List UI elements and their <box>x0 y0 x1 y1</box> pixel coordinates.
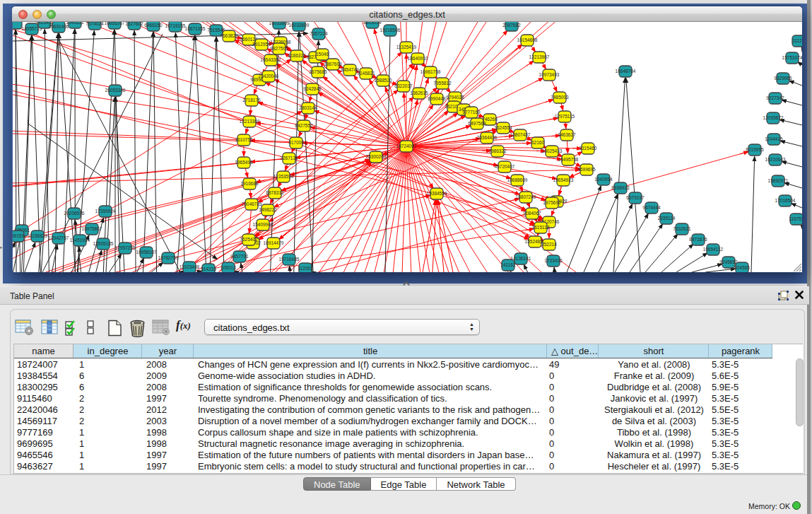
svg-text:9115460: 9115460 <box>579 146 597 151</box>
svg-text:7625402: 7625402 <box>240 237 258 242</box>
svg-text:10958107: 10958107 <box>136 250 157 255</box>
svg-text:1733426: 1733426 <box>544 258 563 263</box>
svg-text:20691406: 20691406 <box>49 24 69 29</box>
svg-text:11451914: 11451914 <box>70 238 90 243</box>
svg-text:18724007: 18724007 <box>396 144 417 148</box>
svg-text:9084067: 9084067 <box>523 211 541 216</box>
svg-text:16782759: 16782759 <box>158 255 179 260</box>
svg-text:16033809: 16033809 <box>289 23 310 28</box>
svg-text:12975115: 12975115 <box>555 114 575 119</box>
svg-text:8938923: 8938923 <box>611 185 630 190</box>
svg-text:20206576: 20206576 <box>64 211 85 216</box>
svg-text:10719155: 10719155 <box>165 23 186 28</box>
svg-text:17016504: 17016504 <box>775 198 796 203</box>
svg-text:2087682: 2087682 <box>502 23 521 28</box>
svg-text:15692971: 15692971 <box>768 178 789 183</box>
svg-text:15409948: 15409948 <box>253 222 273 227</box>
svg-text:116753: 116753 <box>789 216 802 221</box>
svg-text:12213967: 12213967 <box>529 54 550 59</box>
svg-text:1610755: 1610755 <box>235 137 253 142</box>
svg-text:8912954: 8912954 <box>252 42 271 47</box>
svg-text:914233: 914233 <box>201 267 216 271</box>
svg-text:10973493: 10973493 <box>539 72 560 77</box>
svg-text:16961758: 16961758 <box>420 69 441 74</box>
svg-text:7955812: 7955812 <box>433 81 452 86</box>
svg-text:8471676: 8471676 <box>689 237 707 242</box>
svg-text:10025433: 10025433 <box>542 148 563 153</box>
svg-text:8186323: 8186323 <box>288 53 306 58</box>
svg-text:1916688: 1916688 <box>240 181 259 186</box>
svg-text:8454749: 8454749 <box>341 67 359 72</box>
svg-text:10654112: 10654112 <box>703 247 724 252</box>
svg-text:9242848: 9242848 <box>303 86 322 91</box>
svg-text:9463627: 9463627 <box>558 132 576 137</box>
svg-text:10975867: 10975867 <box>82 226 102 231</box>
svg-text:45720407: 45720407 <box>495 164 515 169</box>
svg-text:12213369: 12213369 <box>240 119 260 124</box>
svg-text:252214: 252214 <box>541 242 557 247</box>
svg-text:9777169: 9777169 <box>462 110 481 115</box>
svg-text:9474444: 9474444 <box>642 205 661 210</box>
svg-text:1965498: 1965498 <box>235 160 253 165</box>
svg-text:18640910: 18640910 <box>408 56 428 61</box>
svg-text:19218506: 19218506 <box>380 28 401 33</box>
svg-text:16671355: 16671355 <box>185 26 206 31</box>
svg-text:9827505: 9827505 <box>270 46 288 51</box>
svg-text:7986322: 7986322 <box>488 148 507 153</box>
svg-text:6322037: 6322037 <box>394 83 413 88</box>
svg-text:8427552: 8427552 <box>295 123 313 128</box>
svg-text:15751074: 15751074 <box>782 55 802 60</box>
svg-text:9699695: 9699695 <box>577 167 596 172</box>
svg-text:12505185: 12505185 <box>93 241 114 246</box>
svg-text:8215955: 8215955 <box>746 147 764 152</box>
svg-text:20364436: 20364436 <box>477 135 498 140</box>
svg-text:6466160: 6466160 <box>144 23 163 28</box>
svg-text:10655267: 10655267 <box>105 22 125 25</box>
svg-text:9146821: 9146821 <box>357 71 375 76</box>
svg-text:11353594: 11353594 <box>273 174 294 179</box>
svg-text:1362615: 1362615 <box>410 90 428 95</box>
svg-text:1040551: 1040551 <box>66 22 84 25</box>
svg-text:2935114: 2935114 <box>658 216 676 221</box>
svg-text:18495758: 18495758 <box>558 157 579 162</box>
svg-text:7357224: 7357224 <box>310 31 328 36</box>
svg-text:1588520: 1588520 <box>374 78 392 83</box>
svg-text:17359924: 17359924 <box>95 209 116 214</box>
svg-text:11123: 11123 <box>792 38 802 43</box>
svg-text:25300203: 25300203 <box>366 154 387 159</box>
svg-text:3624554: 3624554 <box>494 125 512 130</box>
svg-text:2867608: 2867608 <box>324 62 342 66</box>
svg-text:105013: 105013 <box>220 265 236 270</box>
svg-text:17957255: 17957255 <box>115 245 136 250</box>
svg-text:9457791: 9457791 <box>230 254 249 259</box>
svg-text:14136141: 14136141 <box>511 256 531 261</box>
svg-text:417006: 417006 <box>288 140 304 145</box>
svg-text:10807487: 10807487 <box>510 132 531 137</box>
svg-text:26053346: 26053346 <box>105 88 126 93</box>
svg-text:8990448: 8990448 <box>428 96 446 101</box>
svg-text:16033809: 16033809 <box>269 22 290 25</box>
svg-text:11923448: 11923448 <box>180 264 200 269</box>
svg-text:23420046: 23420046 <box>259 74 279 78</box>
svg-text:16648784: 16648784 <box>616 69 636 74</box>
svg-text:10688609: 10688609 <box>507 177 528 182</box>
svg-text:19654923: 19654923 <box>553 177 574 182</box>
svg-text:6497568: 6497568 <box>468 121 486 126</box>
svg-text:3267130: 3267130 <box>280 156 298 160</box>
svg-text:924565: 924565 <box>734 265 750 270</box>
svg-text:16154808: 16154808 <box>517 37 538 42</box>
svg-text:16914479: 16914479 <box>264 240 284 245</box>
svg-text:1244415: 1244415 <box>765 136 783 141</box>
svg-text:62160: 62160 <box>531 140 544 145</box>
svg-text:70046785: 70046785 <box>242 201 262 206</box>
svg-text:8813054: 8813054 <box>363 22 382 25</box>
svg-text:6679197: 6679197 <box>626 195 645 200</box>
svg-text:15046: 15046 <box>316 52 329 57</box>
svg-text:2718176: 2718176 <box>242 98 261 103</box>
svg-text:7663822: 7663822 <box>220 33 238 38</box>
svg-text:9329966: 9329966 <box>774 76 792 81</box>
svg-text:7674024: 7674024 <box>86 22 104 26</box>
svg-text:18807249: 18807249 <box>516 194 536 199</box>
svg-text:3498222: 3498222 <box>259 207 277 212</box>
svg-text:7485003: 7485003 <box>551 95 569 100</box>
